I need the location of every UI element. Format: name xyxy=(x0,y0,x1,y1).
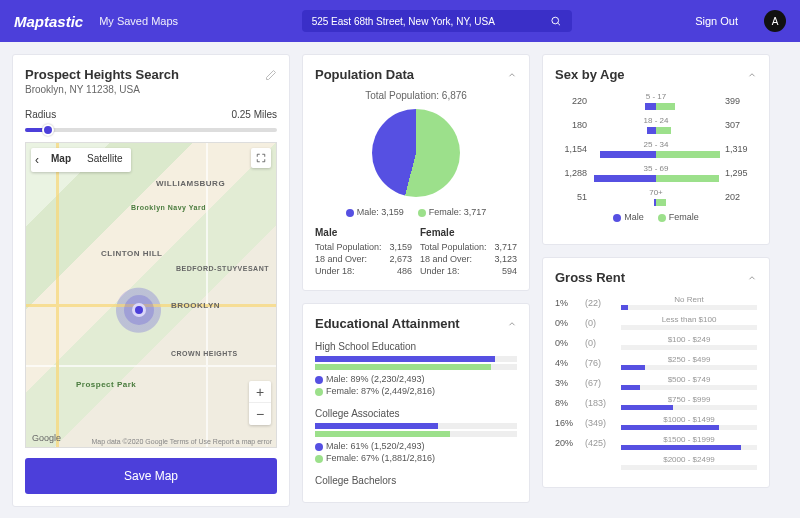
map-label: BEDFORD-STUYVESANT xyxy=(176,265,269,272)
chevron-up-icon[interactable] xyxy=(507,70,517,80)
map-pin[interactable] xyxy=(132,303,146,317)
rent-range-label: No Rent xyxy=(621,295,757,304)
rent-bar xyxy=(621,385,757,390)
chevron-up-icon[interactable] xyxy=(507,319,517,329)
age-bar xyxy=(592,151,720,158)
rent-bar xyxy=(621,425,757,430)
map-attribution: Map data ©2020 Google Terms of Use Repor… xyxy=(91,438,272,445)
signout-link[interactable]: Sign Out xyxy=(695,15,738,27)
stat-value: 2,673 xyxy=(389,254,412,264)
population-card: Population Data Total Population: 6,876 … xyxy=(302,54,530,291)
age-bar xyxy=(592,199,720,206)
map-label: CROWN HEIGHTS xyxy=(171,350,238,357)
zoom-in-button[interactable]: + xyxy=(249,381,271,403)
rent-row: 0%(0)$100 - $249 xyxy=(555,335,757,350)
avatar[interactable]: A xyxy=(764,10,786,32)
sexage-title: Sex by Age xyxy=(555,67,625,82)
map-viewport[interactable]: BROOKLYN WILLIAMSBURG CLINTON HILL BEDFO… xyxy=(25,142,277,448)
population-title: Population Data xyxy=(315,67,414,82)
edu-ca-title: College Associates xyxy=(315,408,517,419)
rent-row: 4%(76)$250 - $499 xyxy=(555,355,757,370)
age-range-label: 70+ xyxy=(592,188,720,197)
save-map-button[interactable]: Save Map xyxy=(25,458,277,494)
legend-male: Male: 3,159 xyxy=(346,207,404,217)
search-icon[interactable] xyxy=(550,15,561,27)
rent-row: 8%(183)$750 - $999 xyxy=(555,395,757,410)
nav-my-saved-maps[interactable]: My Saved Maps xyxy=(99,15,178,27)
rent-count: (183) xyxy=(585,398,615,408)
age-row: 1,15425 - 341,319 xyxy=(555,140,757,158)
search-bar[interactable] xyxy=(302,10,572,32)
rent-pct: 1% xyxy=(555,298,579,308)
rent-bar xyxy=(621,465,757,470)
map-label: CLINTON HILL xyxy=(101,249,162,258)
age-female-count: 307 xyxy=(725,120,757,130)
rent-bar xyxy=(621,325,757,330)
age-range-label: 18 - 24 xyxy=(592,116,720,125)
edu-ca-male: Male: 61% (1,520/2,493) xyxy=(315,441,517,451)
map-type-satellite[interactable]: Satellite xyxy=(79,148,131,172)
stat-label: Under 18: xyxy=(420,266,460,276)
age-female-count: 399 xyxy=(725,96,757,106)
map-label: Brooklyn Navy Yard xyxy=(131,204,206,211)
stat-value: 3,159 xyxy=(389,242,412,252)
rent-count: (76) xyxy=(585,358,615,368)
chevron-up-icon[interactable] xyxy=(747,70,757,80)
rent-row: 16%(349)$1000 - $1499 xyxy=(555,415,757,430)
rent-row: 0%(0)Less than $100 xyxy=(555,315,757,330)
rent-pct: 16% xyxy=(555,418,579,428)
rent-pct: 0% xyxy=(555,338,579,348)
rent-range-label: $2000 - $2499 xyxy=(621,455,757,464)
stat-label: Under 18: xyxy=(315,266,355,276)
sexage-card: Sex by Age 2205 - 1739918018 - 243071,15… xyxy=(542,54,770,245)
rent-range-label: $250 - $499 xyxy=(621,355,757,364)
rent-pct: 3% xyxy=(555,378,579,388)
rent-card: Gross Rent 1%(22)No Rent0%(0)Less than $… xyxy=(542,257,770,488)
age-bar xyxy=(592,103,720,110)
rent-row: 3%(67)$500 - $749 xyxy=(555,375,757,390)
edu-ca-female: Female: 67% (1,881/2,816) xyxy=(315,453,517,463)
chevron-up-icon[interactable] xyxy=(747,273,757,283)
age-row: 5170+202 xyxy=(555,188,757,206)
rent-range-label: $500 - $749 xyxy=(621,375,757,384)
population-pie-chart xyxy=(372,109,460,197)
education-title: Educational Attainment xyxy=(315,316,460,331)
rent-count: (22) xyxy=(585,298,615,308)
search-input[interactable] xyxy=(312,16,551,27)
rent-pct: 20% xyxy=(555,438,579,448)
fullscreen-button[interactable] xyxy=(251,148,271,168)
logo[interactable]: Maptastic xyxy=(14,13,83,30)
chevron-left-icon[interactable]: ‹ xyxy=(31,148,43,172)
stat-value: 486 xyxy=(397,266,412,276)
female-header: Female xyxy=(420,227,517,238)
age-male-count: 1,288 xyxy=(555,168,587,178)
rent-row: $2000 - $2499 xyxy=(555,455,757,470)
rent-bar xyxy=(621,405,757,410)
rent-pct: 8% xyxy=(555,398,579,408)
map-type-toggle[interactable]: ‹ Map Satellite xyxy=(31,148,131,172)
zoom-out-button[interactable]: − xyxy=(249,403,271,425)
rent-range-label: $100 - $249 xyxy=(621,335,757,344)
rent-range-label: $1000 - $1499 xyxy=(621,415,757,424)
stat-label: 18 and Over: xyxy=(315,254,367,264)
rent-range-label: Less than $100 xyxy=(621,315,757,324)
radius-slider[interactable] xyxy=(25,128,277,132)
edu-hs-female: Female: 87% (2,449/2,816) xyxy=(315,386,517,396)
rent-count: (0) xyxy=(585,318,615,328)
svg-point-0 xyxy=(552,17,559,24)
age-row: 2205 - 17399 xyxy=(555,92,757,110)
age-male-count: 51 xyxy=(555,192,587,202)
search-title: Prospect Heights Search xyxy=(25,67,179,82)
rent-count: (0) xyxy=(585,338,615,348)
rent-count: (425) xyxy=(585,438,615,448)
stat-value: 594 xyxy=(502,266,517,276)
rent-bar xyxy=(621,365,757,370)
map-type-map[interactable]: Map xyxy=(43,148,79,172)
radius-label: Radius xyxy=(25,109,56,120)
google-logo: Google xyxy=(32,433,61,443)
edit-icon[interactable] xyxy=(265,69,277,81)
location-text: Brooklyn, NY 11238, USA xyxy=(25,84,277,95)
stat-label: Total Population: xyxy=(315,242,382,252)
age-range-label: 25 - 34 xyxy=(592,140,720,149)
male-header: Male xyxy=(315,227,412,238)
